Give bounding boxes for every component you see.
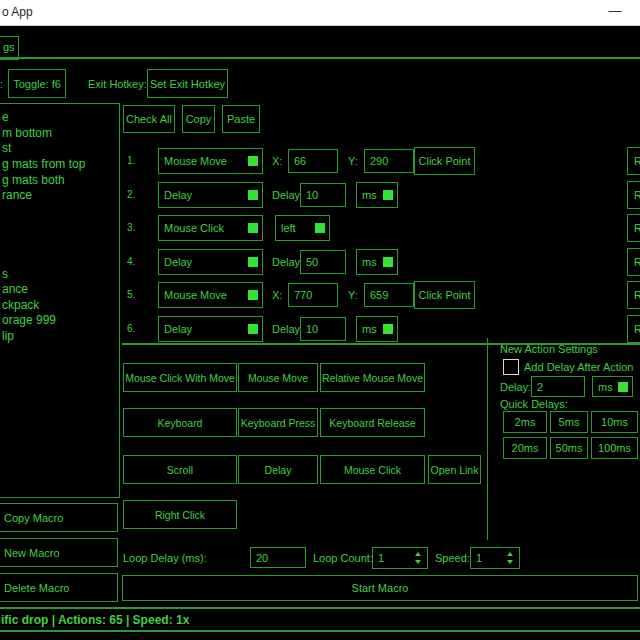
- action-param-dropdown[interactable]: ms: [356, 316, 398, 342]
- palette-button-mouse-click[interactable]: Mouse Click: [320, 455, 425, 484]
- action-param-label: Delay: [272, 323, 300, 335]
- remove-action-button[interactable]: R: [627, 281, 640, 309]
- macro-list[interactable]: em bottomstg mats from topg mats bothran…: [0, 103, 120, 498]
- action-type-value: Delay: [164, 256, 192, 268]
- toggle-hotkey-label: :: [0, 78, 3, 90]
- spinner-arrows-icon[interactable]: [506, 550, 514, 566]
- action-param-input[interactable]: 770: [288, 283, 338, 307]
- speed-spinner[interactable]: 1: [470, 547, 520, 569]
- action-param-value: 770: [294, 289, 312, 301]
- palette-button-right-click[interactable]: Right Click: [123, 500, 237, 529]
- dropdown-square-icon: [248, 290, 258, 300]
- macro-list-item[interactable]: m bottom: [2, 126, 52, 140]
- action-param-value: 290: [370, 155, 388, 167]
- loop-delay-label: Loop Delay (ms):: [123, 552, 207, 564]
- dropdown-square-icon: [315, 223, 325, 233]
- minimize-icon[interactable]: —: [598, 0, 632, 24]
- quick-delay-button-20ms[interactable]: 20ms: [503, 437, 547, 459]
- paste-button[interactable]: Paste: [222, 105, 260, 133]
- palette-button-delay[interactable]: Delay: [238, 455, 318, 484]
- copy-button[interactable]: Copy: [182, 105, 215, 133]
- spinner-arrows-icon[interactable]: [414, 550, 422, 566]
- action-type-dropdown[interactable]: Delay: [158, 182, 263, 208]
- action-row-number: 2.: [127, 189, 135, 200]
- dropdown-square-icon: [383, 324, 393, 334]
- palette-button-keyboard[interactable]: Keyboard: [123, 408, 237, 437]
- quick-delay-button-2ms[interactable]: 2ms: [503, 411, 547, 433]
- action-param-input[interactable]: 290: [364, 149, 414, 173]
- palette-button-keyboard-release[interactable]: Keyboard Release: [320, 408, 425, 437]
- title-bar: o App —: [0, 0, 640, 26]
- macro-list-item[interactable]: ckpack: [2, 298, 39, 312]
- quick-delay-button-50ms[interactable]: 50ms: [550, 437, 588, 459]
- action-type-dropdown[interactable]: Mouse Move: [158, 148, 263, 174]
- palette-button-open-link[interactable]: Open Link: [428, 455, 481, 484]
- new-macro-button[interactable]: New Macro: [0, 538, 118, 567]
- macro-list-item[interactable]: g mats from top: [2, 157, 85, 171]
- action-type-dropdown[interactable]: Delay: [158, 316, 263, 342]
- action-param-dropdown-value: left: [281, 222, 296, 234]
- macro-list-item[interactable]: s: [2, 267, 8, 281]
- dropdown-square-icon: [618, 382, 628, 392]
- delete-macro-button[interactable]: Delete Macro: [0, 573, 118, 602]
- action-param-dropdown[interactable]: left: [275, 215, 330, 241]
- speed-label: Speed:: [435, 552, 470, 564]
- palette-button-relative-mouse-move[interactable]: Relative Mouse Move: [320, 363, 425, 392]
- delay-unit-dropdown[interactable]: ms: [592, 376, 633, 397]
- macro-list-item[interactable]: st: [2, 141, 11, 155]
- check-all-button[interactable]: Check All: [123, 105, 175, 133]
- quick-delay-button-5ms[interactable]: 5ms: [550, 411, 588, 433]
- remove-action-button[interactable]: R: [627, 181, 640, 209]
- action-type-dropdown[interactable]: Delay: [158, 249, 263, 275]
- add-delay-checkbox[interactable]: [503, 359, 519, 375]
- set-exit-hotkey-button[interactable]: Set Exit Hotkey: [147, 69, 228, 98]
- palette-button-mouse-move[interactable]: Mouse Move: [238, 363, 318, 392]
- quick-delay-button-10ms[interactable]: 10ms: [591, 411, 638, 433]
- macro-list-item[interactable]: ance: [2, 282, 28, 296]
- action-param-value: 66: [294, 155, 306, 167]
- macro-list-item[interactable]: e: [2, 110, 9, 124]
- remove-action-button[interactable]: R: [627, 248, 640, 276]
- action-param-input[interactable]: 10: [300, 183, 346, 207]
- palette-button-scroll[interactable]: Scroll: [123, 455, 237, 484]
- action-row-number: 6.: [127, 323, 135, 334]
- click-point-button[interactable]: Click Point: [414, 147, 475, 175]
- macro-list-item[interactable]: orage 999: [2, 313, 56, 327]
- action-param-input[interactable]: 10: [300, 317, 346, 341]
- loop-count-spinner[interactable]: 1: [372, 547, 428, 569]
- delay-input[interactable]: 2: [531, 376, 585, 397]
- action-param-value: 659: [370, 289, 388, 301]
- action-param-input[interactable]: 66: [288, 149, 338, 173]
- action-param-dropdown[interactable]: ms: [356, 249, 398, 275]
- action-type-dropdown[interactable]: Mouse Move: [158, 282, 263, 308]
- action-param-label: Delay: [272, 256, 300, 268]
- loop-delay-input[interactable]: 20: [250, 547, 306, 568]
- delay-unit-value: ms: [598, 381, 613, 393]
- action-param-label: X:: [272, 289, 282, 301]
- toggle-hotkey-button[interactable]: Toggle: f6: [8, 69, 66, 98]
- action-type-value: Mouse Move: [164, 155, 227, 167]
- macro-list-item[interactable]: g mats both: [2, 173, 65, 187]
- start-macro-button[interactable]: Start Macro: [122, 575, 638, 601]
- quick-delays-label: Quick Delays:: [500, 398, 568, 410]
- loop-count-label: Loop Count:: [313, 552, 373, 564]
- palette-button-mouse-click-with-move[interactable]: Mouse Click With Move: [123, 363, 237, 392]
- quick-delay-button-100ms[interactable]: 100ms: [591, 437, 638, 459]
- remove-action-button[interactable]: R: [627, 214, 640, 242]
- palette-button-keyboard-press[interactable]: Keyboard Press: [238, 408, 318, 437]
- click-point-button[interactable]: Click Point: [414, 281, 475, 309]
- remove-action-button[interactable]: R: [627, 147, 640, 175]
- action-param-dropdown[interactable]: ms: [356, 182, 398, 208]
- macro-list-item[interactable]: lip: [2, 329, 14, 343]
- action-param-input[interactable]: 50: [300, 250, 346, 274]
- action-type-dropdown[interactable]: Mouse Click: [158, 215, 263, 241]
- action-param-value: 50: [306, 256, 318, 268]
- remove-action-button[interactable]: R: [627, 315, 640, 343]
- action-type-value: Mouse Click: [164, 222, 224, 234]
- copy-macro-button[interactable]: Copy Macro: [0, 503, 118, 532]
- action-type-value: Delay: [164, 323, 192, 335]
- dropdown-square-icon: [248, 223, 258, 233]
- action-row-number: 3.: [127, 222, 135, 233]
- macro-list-item[interactable]: rance: [2, 188, 32, 202]
- action-param-input[interactable]: 659: [364, 283, 414, 307]
